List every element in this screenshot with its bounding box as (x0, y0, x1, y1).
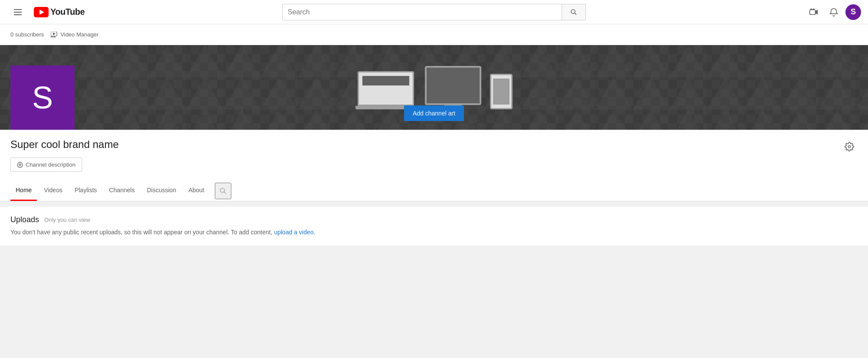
nav-left: YouTube (7, 2, 94, 22)
uploads-header: Uploads Only you can view (10, 215, 858, 224)
search-icon (219, 187, 227, 195)
channel-info-left: Super cool brand name Channel descriptio… (10, 138, 119, 181)
tv-screen (425, 66, 481, 105)
tv-device (425, 66, 481, 109)
youtube-wordmark: YouTube (50, 7, 85, 17)
channel-tabs: Home Videos Playlists Channels Discussio… (0, 181, 868, 201)
banner-background: S (0, 45, 868, 130)
laptop-device (355, 71, 416, 109)
channel-name: Super cool brand name (10, 138, 119, 151)
uploads-section: Uploads Only you can view You don't have… (0, 207, 868, 246)
gear-icon (845, 142, 854, 151)
avatar-letter-large: S (32, 80, 53, 115)
user-avatar-button[interactable]: S (845, 4, 861, 20)
channel-subbar: 0 subscribers Video Manager (0, 24, 868, 45)
nav-right: S (774, 4, 861, 20)
svg-rect-11 (53, 36, 56, 37)
svg-line-3 (575, 13, 576, 14)
search-bar (282, 4, 586, 20)
uploads-title: Uploads (10, 215, 39, 224)
channel-settings-button[interactable] (841, 138, 858, 158)
tab-playlists[interactable]: Playlists (69, 181, 102, 201)
channel-description-label: Channel description (26, 161, 76, 168)
video-manager-link[interactable]: Video Manager (51, 31, 99, 38)
menu-button[interactable] (7, 2, 29, 22)
avatar-letter: S (851, 7, 856, 16)
tablet-screen (493, 79, 510, 105)
notifications-button[interactable] (825, 4, 842, 20)
uploads-message: You don't have any public recent uploads… (10, 228, 858, 237)
bell-icon (829, 7, 838, 17)
laptop-screen-inner (362, 76, 409, 85)
hamburger-icon (10, 6, 25, 19)
search-icon (570, 8, 578, 16)
channel-banner: S (0, 45, 868, 130)
subscribers-count: 0 subscribers (10, 31, 44, 38)
upload-video-link[interactable]: upload a video (274, 229, 313, 236)
svg-point-20 (220, 188, 224, 192)
svg-point-19 (848, 145, 851, 148)
create-video-button[interactable] (806, 4, 822, 20)
youtube-logo[interactable]: YouTube (34, 7, 85, 17)
svg-marker-5 (815, 10, 818, 14)
svg-rect-4 (810, 10, 815, 14)
svg-rect-7 (813, 8, 815, 10)
laptop-screen (358, 71, 414, 106)
svg-rect-6 (811, 8, 812, 10)
channel-avatar: S (10, 66, 75, 130)
camera-icon (809, 7, 819, 17)
top-navigation: YouTube S (0, 0, 868, 24)
uploads-message-end: . (314, 229, 316, 236)
tab-about[interactable]: About (183, 181, 210, 201)
add-channel-art-button[interactable]: Add channel art (404, 105, 464, 121)
youtube-icon (34, 7, 49, 17)
banner-devices (355, 66, 513, 109)
tablet-device (490, 74, 513, 109)
svg-point-2 (571, 10, 575, 13)
plus-circle-icon (17, 162, 23, 168)
video-manager-label: Video Manager (60, 31, 99, 38)
tab-channels[interactable]: Channels (104, 181, 140, 201)
tab-search-button[interactable] (215, 183, 231, 199)
main-content: 0 subscribers Video Manager (0, 0, 868, 246)
tab-home[interactable]: Home (10, 181, 37, 201)
channel-info-section: Super cool brand name Channel descriptio… (0, 130, 868, 181)
channel-description-button[interactable]: Channel description (10, 158, 82, 172)
search-button[interactable] (562, 4, 586, 20)
uploads-message-text: You don't have any public recent uploads… (10, 229, 273, 236)
svg-line-21 (224, 192, 226, 194)
video-manager-icon (51, 32, 58, 38)
search-input[interactable] (282, 4, 562, 20)
tab-discussion[interactable]: Discussion (141, 181, 181, 201)
svg-rect-10 (51, 36, 53, 37)
uploads-visibility: Only you can view (44, 217, 90, 223)
svg-marker-9 (53, 33, 56, 35)
tab-videos[interactable]: Videos (39, 181, 68, 201)
